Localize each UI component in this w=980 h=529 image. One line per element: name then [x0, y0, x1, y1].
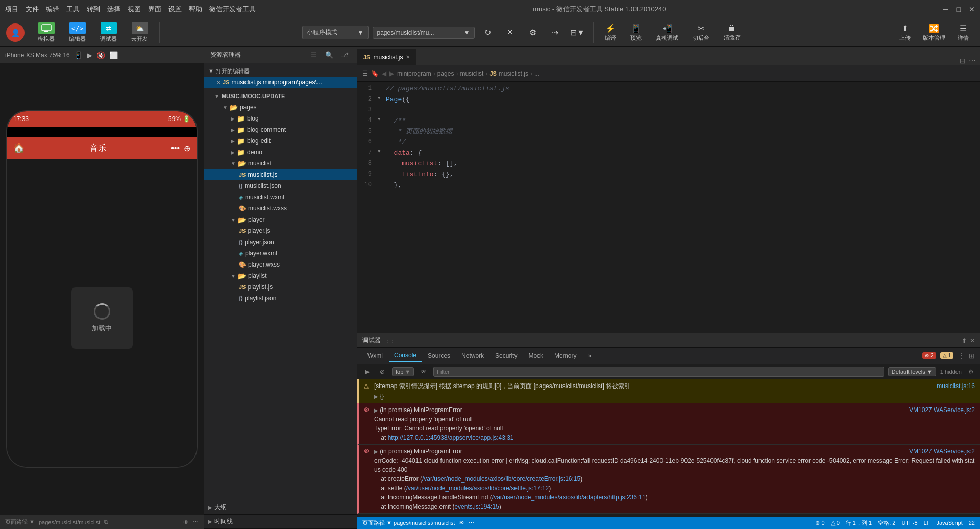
err2-link-4[interactable]: events.js:194:15 [454, 503, 499, 510]
layers-button[interactable]: ⊟▼ [569, 25, 587, 41]
tab-security[interactable]: Security [490, 350, 522, 362]
error-link-2[interactable]: VM1027 WAService.js:2 [909, 447, 975, 456]
close-button[interactable]: ✕ [969, 5, 975, 13]
nav-record-icon[interactable]: ⊕ [184, 143, 190, 153]
root-folder[interactable]: ▼ MUSIC-IMOOC-UPDATE [204, 90, 357, 102]
simulator-button[interactable]: 模拟器 [33, 20, 60, 45]
maximize-button[interactable]: □ [957, 5, 961, 13]
back-icon[interactable]: ◀ [382, 70, 386, 77]
status-language[interactable]: JavaScript [936, 520, 962, 526]
player-folder[interactable]: ▼ 📂 player [204, 214, 357, 225]
tab-more[interactable]: » [582, 350, 596, 362]
tabs-more-icon[interactable]: ⋯ [969, 57, 976, 65]
debugger-button[interactable]: ⇄ 调试器 [95, 20, 122, 45]
play-icon[interactable]: ▶ [87, 51, 92, 59]
devtools-expand-icon[interactable]: ⬆ [962, 337, 967, 344]
err2-link-1[interactable]: /var/user/node_modules/axios/lib/core/cr… [422, 475, 580, 483]
open-editors-header[interactable]: ▼ 打开的编辑器 [204, 65, 357, 77]
menu-icon[interactable]: ☰ [362, 70, 368, 77]
status-spaces[interactable]: 空格: 2 [878, 519, 895, 527]
refresh-button[interactable]: ↻ [479, 25, 497, 41]
search-icon[interactable]: 🔍 [323, 49, 335, 61]
playlist-json-file[interactable]: {} playlist.json [204, 293, 357, 304]
status-line-ending[interactable]: LF [924, 520, 930, 526]
compile-button[interactable]: ⚡ 编译 [600, 21, 621, 44]
audio-icon[interactable]: 🔇 [96, 51, 105, 59]
minimize-button[interactable]: ─ [943, 5, 948, 13]
error-stack-link-1[interactable]: http://127.0.0.1:45938/appservice/app.js… [388, 434, 514, 441]
device-test-button[interactable]: 📲 真机调试 [651, 21, 683, 44]
more-tools-icon[interactable]: ⋮ [958, 352, 965, 360]
menu-tools[interactable]: 工具 [66, 5, 80, 14]
playlist-folder[interactable]: ▼ 📂 playlist [204, 270, 357, 281]
status-more-icon[interactable]: ⋯ [469, 520, 474, 526]
tab-close-icon[interactable]: ✕ [406, 54, 410, 60]
settings-button[interactable]: ⚙ [524, 25, 542, 41]
menu-wechat-devtools[interactable]: 微信开发者工具 [209, 5, 256, 14]
layout-icon[interactable]: ⊞ [969, 352, 975, 360]
bc-pages[interactable]: pages [437, 70, 454, 77]
menu-view[interactable]: 视图 [128, 5, 141, 14]
musiclist-wxml-file[interactable]: ◈ musiclist.wxml [204, 191, 357, 203]
device-select[interactable]: iPhone XS Max 75% 16 [5, 52, 70, 59]
level-select[interactable]: Default levels ▼ [888, 367, 936, 376]
path-select[interactable]: pages/musiclist/mu... ▼ [373, 27, 475, 39]
sim-path[interactable]: 页面路径 ▼ [5, 518, 35, 526]
execute-icon[interactable]: ▶ [361, 366, 373, 377]
player-wxss-file[interactable]: 🎨 player.wxss [204, 259, 357, 270]
err2-link-3[interactable]: /var/user/node_modules/axios/lib/adapter… [492, 494, 646, 501]
outline-section[interactable]: ▶ 大纲 [204, 500, 357, 515]
filter-eye-icon[interactable]: 👁 [418, 366, 429, 377]
musiclist-folder[interactable]: ▼ 📂 musiclist [204, 158, 357, 169]
menu-settings[interactable]: 设置 [168, 5, 182, 14]
mode-select[interactable]: 小程序模式 ▼ [302, 26, 369, 39]
bc-filename[interactable]: musiclist.js [499, 70, 528, 77]
sim-copy[interactable]: ⧉ [104, 519, 108, 525]
menu-goto[interactable]: 转到 [87, 5, 100, 14]
musiclist-wxss-file[interactable]: 🎨 musiclist.wxss [204, 203, 357, 214]
console-messages[interactable]: △ [sitemap 索引情况提示] 根据 sitemap 的规则[0]，当前页… [357, 379, 980, 517]
player-wxml-file[interactable]: ◈ player.wxml [204, 248, 357, 259]
menu-project[interactable]: 项目 [5, 5, 18, 14]
menu-interface[interactable]: 界面 [148, 5, 161, 14]
player-js-file[interactable]: JS player.js [204, 225, 357, 236]
editor-tab-musiclist-js[interactable]: JS musiclist.js ✕ [357, 49, 416, 65]
device-icon[interactable]: 📱 [74, 51, 83, 59]
tab-mock[interactable]: Mock [523, 350, 548, 362]
version-button[interactable]: 🔀 版本管理 [918, 21, 950, 44]
forward-icon[interactable]: ▶ [389, 70, 394, 77]
player-json-file[interactable]: {} player.json [204, 236, 357, 248]
close-icon[interactable]: ✕ [216, 80, 220, 85]
simulator-toolbar[interactable]: iPhone XS Max 75% 16 📱 ▶ 🔇 ⬜ [0, 47, 204, 63]
cut-button[interactable]: ⇢ [546, 25, 565, 41]
devtools-close-icon[interactable]: ✕ [970, 337, 975, 344]
window-controls[interactable]: ─ □ ✕ [943, 5, 975, 13]
devtools-settings-icon[interactable]: ⚙ [966, 367, 976, 377]
preview-button[interactable]: 📱 预览 [625, 21, 647, 44]
menu-file[interactable]: 文件 [26, 5, 39, 14]
eye-button[interactable]: 👁 [501, 25, 520, 41]
pages-folder[interactable]: ▼ 📂 pages [204, 102, 357, 113]
error-link-1[interactable]: VM1027 WAService.js:2 [909, 405, 975, 415]
status-eye-icon[interactable]: 👁 [459, 520, 464, 526]
status-line-col[interactable]: 行 1，列 1 [846, 519, 872, 527]
cloud-button[interactable]: ⛅ 云开发 [126, 20, 153, 45]
status-path[interactable]: 页面路径 ▼ pages/musiclist/musiclist [362, 519, 455, 527]
home-icon[interactable]: 🏠 [13, 142, 24, 154]
git-icon[interactable]: ⎇ [338, 49, 351, 61]
open-file-musiclist-js[interactable]: ✕ JS musiclist.js miniprogram\pages\... [204, 77, 357, 88]
musiclist-js-file[interactable]: JS musiclist.js [204, 169, 357, 180]
nav-more-icon[interactable]: ••• [171, 143, 180, 153]
blog-comment-folder[interactable]: ▶ 📁 blog-comment [204, 124, 357, 135]
more-btn[interactable]: ⋯ [193, 519, 199, 525]
eye-btn[interactable]: 👁 [183, 519, 189, 525]
cut-backend-button[interactable]: ✂ 切后台 [688, 21, 715, 44]
list-icon[interactable]: ☰ [308, 49, 320, 61]
tab-wxml[interactable]: Wxml [362, 350, 388, 362]
filetree-scroll[interactable]: ▼ 打开的编辑器 ✕ JS musiclist.js miniprogram\p… [204, 63, 357, 500]
menu-select[interactable]: 选择 [107, 5, 120, 14]
status-errors[interactable]: ⊗ 0 [815, 520, 824, 526]
layout-icon[interactable]: ⬜ [109, 51, 118, 59]
code-editor[interactable]: 1 // pages/musiclist/musiclist.js 2 ▼ Pa… [357, 82, 980, 333]
menu-edit[interactable]: 编辑 [46, 5, 59, 14]
